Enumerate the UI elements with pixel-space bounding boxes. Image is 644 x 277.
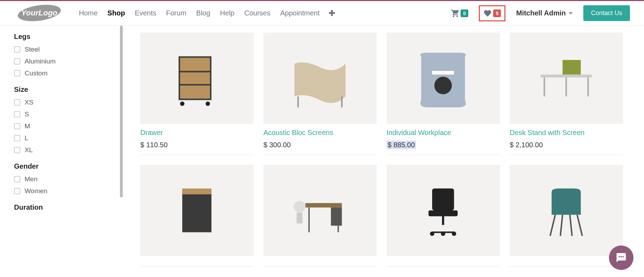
- product-price: $ 300.00: [263, 141, 377, 149]
- product-card[interactable]: Acoustic Bloc Screens $ 300.00: [263, 33, 377, 155]
- filter-option[interactable]: Custom: [14, 69, 109, 77]
- svg-point-6: [180, 102, 185, 106]
- product-card[interactable]: Drawer $ 110.50: [140, 33, 254, 155]
- product-card[interactable]: Individual Workplace $ 885.00: [387, 33, 500, 155]
- filters-sidebar: Legs Steel Aluminium Custom Size XS S M …: [0, 26, 123, 274]
- nav-home[interactable]: Home: [79, 9, 98, 17]
- product-grid: Drawer $ 110.50 Acoustic Bloc Screens $ …: [123, 26, 644, 274]
- nav-courses[interactable]: Courses: [244, 9, 270, 17]
- filter-option[interactable]: XS: [14, 99, 109, 106]
- svg-point-38: [620, 256, 622, 257]
- main-nav: Home Shop Events Forum Blog Help Courses…: [79, 9, 320, 17]
- svg-rect-13: [563, 60, 581, 75]
- svg-rect-19: [306, 203, 342, 207]
- svg-rect-24: [297, 212, 303, 223]
- product-image: [510, 165, 623, 256]
- nav-events[interactable]: Events: [135, 9, 156, 17]
- filter-label: Women: [25, 187, 47, 195]
- svg-point-11: [435, 77, 452, 94]
- svg-point-39: [622, 256, 624, 257]
- contact-us-button[interactable]: Contact Us: [583, 5, 630, 21]
- checkbox[interactable]: [14, 46, 20, 53]
- checkbox[interactable]: [14, 58, 20, 65]
- product-image: [263, 165, 377, 256]
- user-name: Mitchell Admin: [516, 9, 565, 17]
- filter-option[interactable]: Women: [14, 187, 109, 195]
- cart-button[interactable]: 0: [451, 9, 468, 18]
- heart-icon: [483, 9, 492, 18]
- filter-title: Legs: [14, 33, 109, 41]
- filter-title: Gender: [14, 162, 109, 170]
- filter-option[interactable]: M: [14, 122, 109, 130]
- user-menu[interactable]: Mitchell Admin: [516, 9, 572, 17]
- svg-point-7: [206, 102, 210, 106]
- filter-label: Aluminium: [25, 58, 56, 65]
- product-card[interactable]: [510, 165, 623, 267]
- plus-icon[interactable]: ✚: [329, 9, 335, 18]
- product-card[interactable]: [140, 165, 254, 267]
- product-image: [140, 165, 254, 256]
- nav-blog[interactable]: Blog: [196, 9, 210, 17]
- nav-appointment[interactable]: Appointment: [280, 9, 320, 17]
- nav-help[interactable]: Help: [220, 9, 234, 17]
- filter-label: M: [25, 122, 30, 130]
- checkbox[interactable]: [14, 123, 20, 129]
- checkbox[interactable]: [14, 135, 20, 141]
- product-name[interactable]: Drawer: [140, 129, 254, 137]
- svg-rect-26: [429, 210, 458, 216]
- svg-text:YourLogo: YourLogo: [21, 8, 57, 17]
- filter-label: Men: [25, 175, 38, 183]
- cart-icon: [451, 9, 460, 18]
- svg-line-33: [550, 215, 556, 236]
- filter-label: Custom: [25, 69, 47, 77]
- checkbox[interactable]: [14, 70, 20, 76]
- product-name[interactable]: Desk Stand with Screen: [510, 129, 623, 137]
- svg-line-34: [577, 215, 583, 236]
- product-image: [510, 33, 623, 124]
- product-card[interactable]: [387, 165, 500, 267]
- checkbox[interactable]: [14, 188, 20, 194]
- product-image: [263, 33, 377, 124]
- svg-rect-17: [182, 192, 212, 232]
- filter-option[interactable]: Aluminium: [14, 58, 109, 65]
- wishlist-button[interactable]: 5: [479, 5, 505, 21]
- filter-label: XL: [25, 146, 33, 154]
- chat-button[interactable]: [609, 245, 633, 270]
- product-card[interactable]: [263, 165, 377, 267]
- filter-option[interactable]: S: [14, 110, 109, 118]
- product-card[interactable]: Desk Stand with Screen $ 2,100.00: [510, 33, 623, 155]
- nav-shop[interactable]: Shop: [107, 9, 125, 17]
- checkbox[interactable]: [14, 99, 20, 106]
- product-name[interactable]: Individual Workplace: [387, 129, 500, 137]
- product-name[interactable]: Acoustic Bloc Screens: [263, 129, 377, 137]
- header: YourLogo Home Shop Events Forum Blog Hel…: [0, 1, 644, 26]
- filter-label: S: [25, 110, 29, 118]
- sidebar-scrollbar[interactable]: [120, 26, 123, 197]
- svg-rect-12: [541, 75, 592, 77]
- filter-option[interactable]: Steel: [14, 46, 109, 53]
- svg-rect-32: [552, 210, 581, 215]
- svg-point-30: [441, 231, 445, 236]
- svg-rect-20: [331, 208, 342, 226]
- filter-label: L: [25, 134, 28, 142]
- product-image: [387, 165, 500, 256]
- svg-rect-18: [182, 189, 212, 195]
- filter-title: Size: [14, 86, 109, 94]
- filter-option[interactable]: XL: [14, 146, 109, 154]
- svg-rect-25: [432, 189, 454, 210]
- svg-rect-4: [180, 72, 210, 84]
- filter-group-legs: Legs Steel Aluminium Custom: [14, 33, 109, 77]
- svg-rect-10: [432, 71, 454, 74]
- checkbox[interactable]: [14, 111, 20, 117]
- chat-icon: [616, 252, 627, 263]
- chevron-down-icon: [569, 12, 573, 14]
- nav-forum[interactable]: Forum: [166, 9, 187, 17]
- filter-title: Duration: [14, 203, 109, 211]
- checkbox[interactable]: [14, 147, 20, 153]
- logo[interactable]: YourLogo: [14, 4, 65, 23]
- svg-point-29: [430, 231, 434, 236]
- checkbox[interactable]: [14, 176, 20, 182]
- filter-option[interactable]: Men: [14, 175, 109, 183]
- product-image: [140, 33, 254, 124]
- filter-option[interactable]: L: [14, 134, 109, 142]
